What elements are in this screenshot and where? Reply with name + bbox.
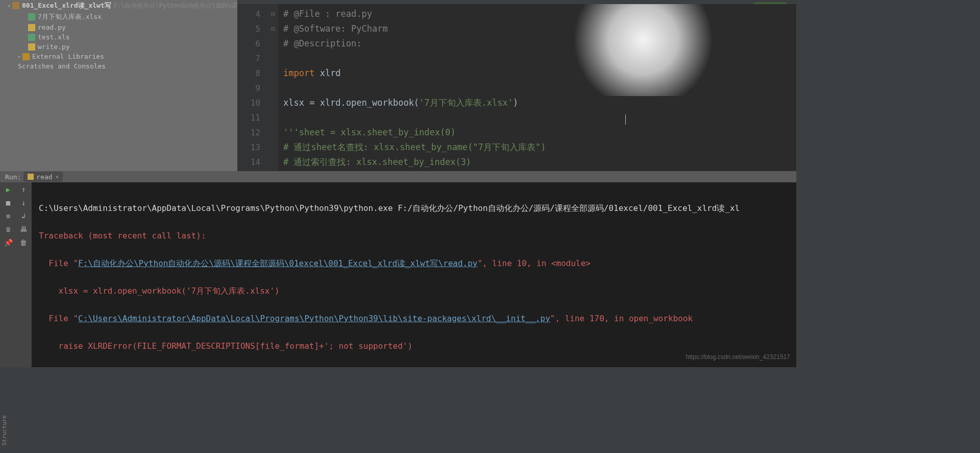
xlsx-icon <box>28 13 35 20</box>
run-panel-header[interactable]: Run: read × <box>0 171 796 182</box>
project-tool-window[interactable]: ▾ 001_Excel_xlrd读_xlwt写 F:\自动化办公\Python自… <box>0 0 237 171</box>
pin-icon[interactable]: 📌 <box>4 239 12 247</box>
console-line: File "C:\Users\Administrator\AppData\Loc… <box>39 312 789 325</box>
editor-tab-bar[interactable] <box>237 0 796 4</box>
project-file[interactable]: 7月下旬入库表.xlsx <box>3 11 235 22</box>
run-tool-window: ▶ ■ ≡ ≣ 📌 ↑ ↓ ↲ 🖶 🗑 C:\Users\Administrat… <box>0 182 796 367</box>
chevron-right-icon: ▸ <box>18 54 21 59</box>
console-line: C:\Users\Administrator\AppData\Local\Pro… <box>39 201 789 215</box>
xls-icon <box>28 34 35 41</box>
python-icon <box>28 24 35 31</box>
layout-icon[interactable]: ≡ <box>4 212 12 220</box>
external-libraries[interactable]: ▸ External Libraries <box>3 52 235 61</box>
up-icon[interactable]: ↑ <box>19 185 28 194</box>
chevron-down-icon: ▾ <box>8 3 11 9</box>
library-icon <box>22 53 30 60</box>
fold-gutter[interactable]: ⊟ ⊟ <box>268 4 278 171</box>
console-line: File "F:\自动化办公\Python自动化办公\源码\课程全部源码\01e… <box>39 256 789 270</box>
close-icon[interactable]: × <box>56 174 59 180</box>
fold-handle[interactable]: ⊟ <box>268 7 278 21</box>
print-icon[interactable]: 🖶 <box>19 225 28 233</box>
console-output[interactable]: C:\Users\Administrator\AppData\Local\Pro… <box>32 182 796 367</box>
run-toolbar[interactable]: ▶ ■ ≡ ≣ 📌 ↑ ↓ ↲ 🖶 🗑 <box>0 182 32 367</box>
folder-icon <box>12 2 19 9</box>
fold-handle[interactable]: ⊟ <box>268 21 278 36</box>
scratches-consoles[interactable]: Scratches and Consoles <box>3 61 235 71</box>
traceback-link[interactable]: C:\Users\Administrator\AppData\Local\Pro… <box>78 314 550 323</box>
run-tab[interactable]: read × <box>23 172 63 182</box>
rerun-icon[interactable]: ▶ <box>4 185 12 194</box>
stop-icon[interactable]: ■ <box>4 199 12 207</box>
wrap-icon[interactable]: ↲ <box>19 212 28 220</box>
python-icon <box>28 174 34 180</box>
down-icon[interactable]: ↓ <box>19 199 28 207</box>
project-file[interactable]: test.xls <box>3 32 235 42</box>
traceback-link[interactable]: F:\自动化办公\Python自动化办公\源码\课程全部源码\01excel\0… <box>78 258 477 268</box>
watermark: https://blog.csdn.net/weixin_42321517 <box>686 350 790 364</box>
line-number-gutter[interactable]: 4 5 6 7 8 9 10 11 12 13 14 <box>237 4 268 171</box>
project-root[interactable]: ▾ 001_Excel_xlrd读_xlwt写 F:\自动化办公\Python自… <box>3 0 235 11</box>
console-line: raise XLRDError(FILE_FORMAT_DESCRIPTIONS… <box>39 339 789 353</box>
run-tab-label: read <box>36 173 52 181</box>
code-content[interactable]: # @File : read.py # @Software: PyCharm #… <box>278 4 796 171</box>
trash-icon[interactable]: 🗑 <box>19 239 28 247</box>
project-file[interactable]: read.py <box>3 22 235 32</box>
python-icon <box>28 43 35 51</box>
project-root-name: 001_Excel_xlrd读_xlwt写 <box>22 1 111 10</box>
code-editor[interactable]: read ▾ 4 5 6 7 8 9 10 11 12 13 14 <box>237 0 796 171</box>
project-root-path: F:\自动化办公\Python自动化办公\源码\课程全部源码\... <box>114 2 237 10</box>
run-panel-title: Run: <box>5 173 21 181</box>
project-file[interactable]: write.py <box>3 42 235 52</box>
console-line: xlsx = xlrd.open_workbook('7月下旬入库表.xlsx'… <box>39 284 789 298</box>
console-line: xlrd.biffh.XLRDError: Excel xlsx file; n… <box>39 367 789 367</box>
console-line: Traceback (most recent call last): <box>39 229 789 243</box>
text-caret <box>625 114 626 125</box>
layout2-icon[interactable]: ≣ <box>4 225 12 233</box>
